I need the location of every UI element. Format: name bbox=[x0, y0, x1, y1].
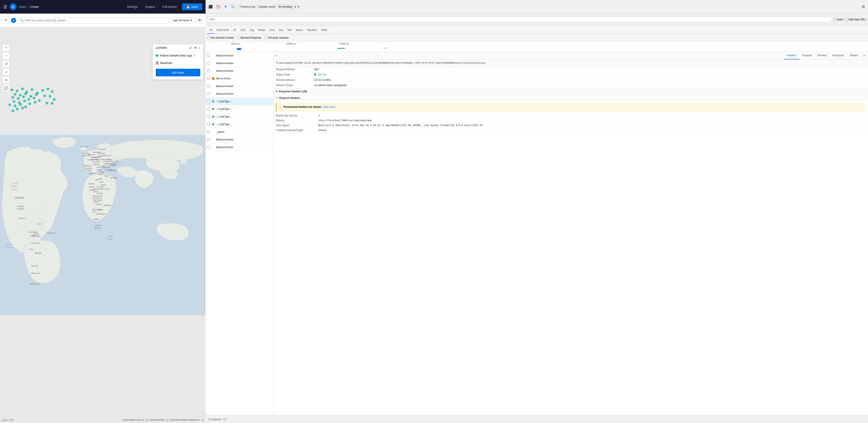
blocked-requests-label[interactable]: Blocked Requests bbox=[237, 36, 261, 39]
network-filter-input[interactable] bbox=[207, 17, 832, 22]
layers-menu-icon[interactable]: ≡ bbox=[198, 47, 200, 50]
row-checkbox-7[interactable] bbox=[207, 108, 210, 110]
close-detail-button[interactable]: ✕ bbox=[273, 52, 279, 59]
network-row-2[interactable]: kibana-browser bbox=[206, 67, 273, 75]
row-checkbox-10[interactable] bbox=[207, 131, 210, 133]
tab-css[interactable]: CSS bbox=[238, 27, 248, 34]
tab-img[interactable]: Img bbox=[248, 27, 256, 34]
kql-input[interactable] bbox=[25, 19, 166, 22]
row-name-11: kibana-browser bbox=[216, 138, 234, 141]
layers-link-icon[interactable]: 🔗 bbox=[189, 47, 192, 50]
devtools-settings-button[interactable]: ⚙ bbox=[860, 4, 866, 10]
fullscreen-button[interactable]: Full screen bbox=[160, 4, 180, 10]
layer-item-basemap[interactable]: Basemap bbox=[153, 59, 203, 66]
network-row-0[interactable]: kibana-browser bbox=[206, 52, 273, 59]
tab-all[interactable]: All bbox=[207, 27, 214, 34]
network-row-3[interactable]: kbn-ui-share... bbox=[206, 75, 273, 82]
request-headers-header[interactable]: ▼ Request Headers bbox=[273, 95, 868, 101]
tab-ws[interactable]: WS bbox=[285, 27, 294, 34]
has-blocked-cookies-label[interactable]: Has blocked cookies bbox=[207, 36, 234, 39]
third-party-label[interactable]: 3rd-party requests bbox=[265, 36, 289, 39]
tab-manifest[interactable]: Manifest bbox=[305, 27, 319, 34]
row-checkbox-4[interactable] bbox=[207, 85, 210, 87]
response-headers-header[interactable]: ▶ Response Headers (20) bbox=[273, 88, 868, 94]
search-icon-circle[interactable]: ⊕ bbox=[11, 18, 16, 23]
invert-label[interactable]: Invert bbox=[833, 18, 843, 21]
detail-tab-payload[interactable]: Payload bbox=[799, 52, 814, 59]
clear-button[interactable]: 🚫 bbox=[215, 4, 222, 9]
network-row-12[interactable]: kibana-browser bbox=[206, 143, 273, 151]
row-checkbox-12[interactable] bbox=[207, 146, 210, 148]
row-checkbox-2[interactable] bbox=[207, 69, 210, 72]
add-filter-button[interactable]: + bbox=[3, 17, 9, 24]
layers-eye-icon[interactable]: 👁 bbox=[194, 47, 197, 50]
detail-tab-initiator[interactable]: Initiator bbox=[847, 52, 861, 59]
more-tabs-button[interactable]: >> bbox=[861, 52, 868, 59]
draw-tool-button[interactable]: ✏ bbox=[3, 76, 10, 84]
network-row-11[interactable]: kibana-browser bbox=[206, 136, 273, 143]
req-header-user-agent: User-Agent: Mozilla/5.0 (Macintosh; Inte… bbox=[273, 123, 868, 128]
hide-data-urls-label[interactable]: Hide data URLs bbox=[845, 18, 866, 21]
save-button[interactable]: 💾 Save bbox=[182, 3, 202, 10]
settings-button[interactable]: Settings bbox=[124, 4, 140, 10]
network-row-6[interactable]: ○ 0.pbf?geo... bbox=[206, 97, 273, 105]
tab-wasm[interactable]: Wasm bbox=[294, 27, 305, 34]
detail-tab-headers[interactable]: Headers bbox=[784, 52, 799, 59]
network-row-9[interactable]: ○ 1.pbf?geo... bbox=[206, 120, 273, 128]
tooltip-button[interactable]: 💬 bbox=[3, 84, 10, 92]
measure-tool-button[interactable]: ⤢ bbox=[3, 68, 10, 76]
layer-item-logs[interactable]: Kibana Sample Data Logs ℹ bbox=[153, 52, 203, 59]
tab-font[interactable]: Font bbox=[267, 27, 277, 34]
row-checkbox-0[interactable] bbox=[207, 54, 210, 57]
disable-cache-label[interactable]: Disable cache bbox=[255, 5, 275, 8]
preserve-log-label[interactable]: Preserve log bbox=[237, 5, 255, 8]
throttle-select[interactable]: No throttling bbox=[276, 4, 297, 9]
network-row-1[interactable]: kibana-browser bbox=[206, 59, 273, 67]
network-row-10[interactable]: _report bbox=[206, 128, 273, 136]
map-container[interactable]: CANADA UNITED STATES MEXICO BRAZIL COLOM… bbox=[0, 27, 206, 423]
row-checkbox-11[interactable] bbox=[207, 138, 210, 141]
tab-js[interactable]: JS bbox=[231, 27, 238, 34]
network-row-5[interactable]: kibana-browser bbox=[206, 90, 273, 97]
detail-tab-preview[interactable]: Preview bbox=[815, 52, 830, 59]
disable-cache-checkbox[interactable] bbox=[255, 5, 258, 8]
blocked-requests-checkbox[interactable] bbox=[237, 36, 240, 39]
invert-checkbox[interactable] bbox=[833, 18, 836, 21]
hide-data-urls-checkbox[interactable] bbox=[845, 18, 848, 21]
row-checkbox-3[interactable] bbox=[207, 77, 210, 80]
tab-fetch-xhr[interactable]: Fetch/XHR bbox=[214, 27, 231, 34]
tab-doc[interactable]: Doc bbox=[277, 27, 285, 34]
search-button[interactable]: 🔍 bbox=[229, 4, 236, 9]
tab-media[interactable]: Media bbox=[256, 27, 268, 34]
reset-view-button[interactable]: ↺ bbox=[3, 60, 10, 67]
time-picker[interactable]: Last 24 hours ▾ bbox=[170, 17, 194, 23]
network-row-4[interactable]: kibana-browser bbox=[206, 82, 273, 90]
row-checkbox-9[interactable] bbox=[207, 123, 210, 125]
kql-filter-input-container[interactable]: 🔍 bbox=[18, 17, 169, 23]
breadcrumb-maps[interactable]: Maps bbox=[19, 5, 26, 8]
third-party-checkbox[interactable] bbox=[265, 36, 268, 39]
filter-icon-button[interactable]: ▼ bbox=[222, 4, 228, 9]
preserve-log-checkbox[interactable] bbox=[237, 5, 240, 8]
stop-recording-button[interactable]: ⬛ bbox=[207, 4, 214, 9]
network-row-7[interactable]: ○ 0.pbf?geo... bbox=[206, 105, 273, 113]
status-code-value: 200 OK bbox=[314, 73, 865, 76]
zoom-in-button[interactable]: + bbox=[3, 44, 10, 51]
layer-dot-logs bbox=[156, 54, 158, 57]
hamburger-icon[interactable]: ☰ bbox=[3, 4, 7, 9]
tab-other[interactable]: Other bbox=[319, 27, 330, 34]
timeline-label-5000: 5000 ms bbox=[231, 43, 240, 45]
refresh-button[interactable]: ↻ bbox=[196, 17, 203, 24]
network-row-8[interactable]: ○ 1.pbf?geo... bbox=[206, 113, 273, 120]
detail-tab-response[interactable]: Response bbox=[830, 52, 847, 59]
row-checkbox-5[interactable] bbox=[207, 92, 210, 95]
row-checkbox-8[interactable] bbox=[207, 115, 210, 118]
inspect-button[interactable]: Inspect bbox=[143, 4, 157, 10]
learn-more-link[interactable]: Learn more bbox=[322, 106, 335, 108]
row-checkbox-6[interactable] bbox=[207, 100, 210, 103]
has-blocked-cookies-checkbox[interactable] bbox=[207, 36, 210, 39]
zoom-out-button[interactable]: − bbox=[3, 52, 10, 59]
svg-text:ARABIA: ARABIA bbox=[98, 173, 104, 175]
add-layer-button[interactable]: Add layer bbox=[156, 69, 200, 76]
row-checkbox-1[interactable] bbox=[207, 62, 210, 64]
